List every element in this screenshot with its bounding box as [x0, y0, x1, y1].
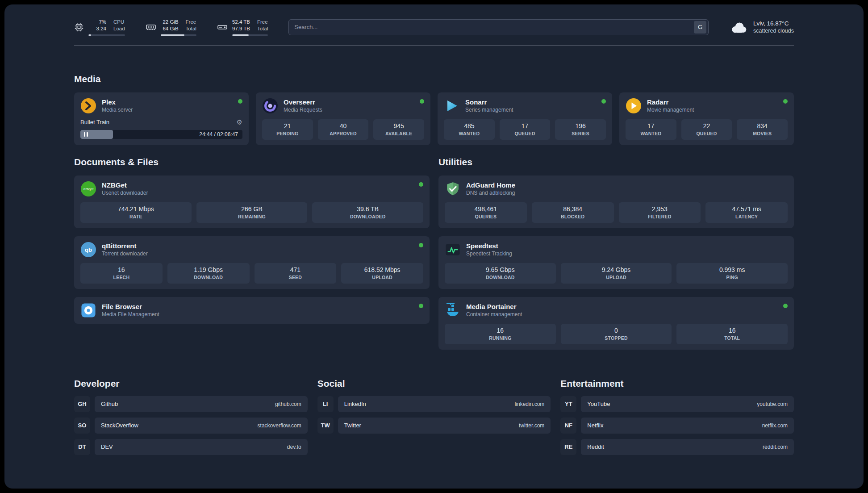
- status-dot: [783, 99, 788, 104]
- app-subtitle: Container management: [466, 311, 522, 318]
- app-subtitle: Media File Management: [102, 311, 159, 318]
- status-dot: [420, 99, 424, 104]
- stat-queries: 498,461 QUERIES: [445, 202, 527, 223]
- top-bar: 7% 3.24 CPU Load: [74, 4, 794, 36]
- app-card-radarr[interactable]: Radarr Movie management 17 WANTED 22 QUE…: [619, 92, 794, 145]
- gear-icon[interactable]: ⚙: [237, 118, 242, 126]
- disk-free-label: Free: [257, 19, 268, 25]
- twitter-icon[interactable]: TW: [317, 418, 334, 434]
- dashboard-page: 7% 3.24 CPU Load: [4, 4, 864, 489]
- portainer-icon: [445, 302, 461, 318]
- ram-total-label: Total: [186, 25, 196, 32]
- stat-filtered: 2,953 FILTERED: [619, 202, 701, 223]
- stat-approved: 40 APPROVED: [318, 119, 369, 140]
- youtube-icon[interactable]: YT: [560, 396, 576, 412]
- search-engine-button[interactable]: G: [694, 21, 706, 33]
- stat-ping: 0.993 ms PING: [676, 263, 788, 284]
- memory-stat: 22 GiB 64 GiB Free Total: [146, 19, 196, 36]
- entertainment-group: Entertainment YT YouTube youtube.com NF …: [560, 378, 794, 455]
- developer-group: Developer GH Github github.com SO StackO…: [74, 378, 308, 455]
- stat-total: 16 TOTAL: [676, 324, 788, 344]
- bookmark-link-stackoverflow[interactable]: StackOverflow stackoverflow.com: [95, 418, 308, 434]
- dev-icon[interactable]: DT: [74, 439, 90, 455]
- cpu-stat: 7% 3.24 CPU Load: [74, 19, 125, 36]
- playback-time: 24:44 / 02:06:47: [199, 130, 238, 139]
- plex-icon: [80, 98, 96, 114]
- social-group: Social LI LinkedIn linkedin.com TW Twitt…: [317, 378, 551, 455]
- stat-queued: 22 QUEUED: [681, 119, 732, 140]
- app-card-portainer[interactable]: Media Portainer Container management 16 …: [438, 297, 794, 350]
- stat-blocked: 86,384 BLOCKED: [532, 202, 614, 223]
- app-card-plex[interactable]: Plex Media server Bullet Train ⚙ 24:44: [74, 92, 249, 145]
- search-bar[interactable]: G: [288, 19, 709, 35]
- app-card-filebrowser[interactable]: File Browser Media File Management: [74, 297, 430, 324]
- system-stats: 7% 3.24 CPU Load: [74, 19, 268, 36]
- plex-progress-bar[interactable]: 24:44 / 02:06:47: [80, 130, 242, 139]
- bookmark-row-dev: DT DEV dev.to: [74, 439, 308, 455]
- app-subtitle: Series management: [465, 107, 513, 113]
- social-section-title: Social: [317, 378, 551, 389]
- disk-total-value: 97.9 TB: [232, 25, 250, 32]
- bookmark-link-linkedin[interactable]: LinkedIn linkedin.com: [338, 396, 551, 412]
- adguard-icon: [445, 181, 461, 197]
- media-section: Media Plex Media server: [74, 74, 794, 145]
- status-dot: [419, 182, 423, 187]
- app-name: Plex: [102, 98, 133, 106]
- app-name: Radarr: [647, 98, 694, 106]
- app-subtitle: Usenet downloader: [102, 190, 148, 196]
- app-card-speedtest[interactable]: Speedtest Speedtest Tracking 9.65 Gbps D…: [438, 236, 794, 289]
- stat-wanted: 485 WANTED: [444, 119, 495, 140]
- app-name: Overseerr: [284, 98, 322, 106]
- linkedin-icon[interactable]: LI: [317, 396, 334, 412]
- weather-widget: Lviv, 16.87°C scattered clouds: [729, 20, 794, 34]
- app-name: NZBGet: [102, 181, 148, 189]
- bookmark-link-netflix[interactable]: Netflix netflix.com: [581, 418, 794, 434]
- app-card-qbittorrent[interactable]: qb qBittorrent Torrent downloader: [74, 236, 430, 289]
- stat-latency: 47.571 ms LATENCY: [705, 202, 788, 223]
- bookmark-row-reddit: RE Reddit reddit.com: [560, 439, 794, 455]
- stat-seed: 471 SEED: [255, 263, 337, 284]
- qbittorrent-icon: qb: [80, 242, 96, 258]
- bookmark-link-reddit[interactable]: Reddit reddit.com: [581, 439, 794, 455]
- weather-condition: scattered clouds: [753, 28, 794, 34]
- cloud-icon: [729, 20, 748, 34]
- header-divider: [74, 46, 794, 46]
- bookmark-link-github[interactable]: Github github.com: [95, 396, 308, 412]
- documents-column: Documents & Files nzbget: [74, 157, 430, 324]
- bookmark-row-youtube: YT YouTube youtube.com: [560, 396, 794, 412]
- disk-progress-bar: [232, 34, 268, 36]
- app-name: File Browser: [102, 303, 159, 310]
- app-card-adguard[interactable]: AdGuard Home DNS and adblocking 498,461 …: [438, 175, 794, 228]
- stat-upload: 9.24 Gbps UPLOAD: [561, 263, 672, 284]
- stat-available: 945 AVAILABLE: [373, 119, 424, 140]
- cpu-load-label: Load: [113, 25, 125, 32]
- overseerr-icon: [262, 98, 278, 114]
- stat-leech: 16 LEECH: [80, 263, 163, 284]
- status-dot: [601, 99, 606, 104]
- reddit-icon[interactable]: RE: [560, 439, 576, 455]
- app-card-sonarr[interactable]: Sonarr Series management 485 WANTED 17 Q…: [438, 92, 612, 145]
- app-subtitle: Media server: [102, 107, 133, 113]
- pause-icon[interactable]: [84, 132, 88, 137]
- nzbget-icon: nzbget: [80, 181, 96, 197]
- bookmark-link-youtube[interactable]: YouTube youtube.com: [581, 396, 794, 412]
- app-name: Sonarr: [465, 98, 513, 106]
- stat-upload: 618.52 Mbps UPLOAD: [341, 263, 423, 284]
- status-dot: [419, 304, 423, 308]
- bookmark-link-dev[interactable]: DEV dev.to: [95, 439, 308, 455]
- app-card-overseerr[interactable]: Overseerr Media Requests 21 PENDING 40 A…: [256, 92, 430, 145]
- search-input[interactable]: [289, 24, 694, 30]
- stackoverflow-icon[interactable]: SO: [74, 418, 90, 434]
- middle-section: Documents & Files nzbget: [74, 157, 794, 350]
- netflix-icon[interactable]: NF: [560, 418, 576, 434]
- bookmark-link-twitter[interactable]: Twitter twitter.com: [338, 418, 551, 434]
- utilities-section-title: Utilities: [438, 157, 794, 167]
- github-icon[interactable]: GH: [74, 396, 90, 412]
- cpu-load-value: 3.24: [88, 25, 106, 32]
- app-card-nzbget[interactable]: nzbget NZBGet Usenet downloader 74: [74, 175, 430, 228]
- cpu-icon: [74, 22, 84, 32]
- bookmark-row-stackoverflow: SO StackOverflow stackoverflow.com: [74, 418, 308, 434]
- bookmark-row-linkedin: LI LinkedIn linkedin.com: [317, 396, 551, 412]
- svg-text:qb: qb: [85, 246, 92, 253]
- ram-icon: [146, 22, 156, 33]
